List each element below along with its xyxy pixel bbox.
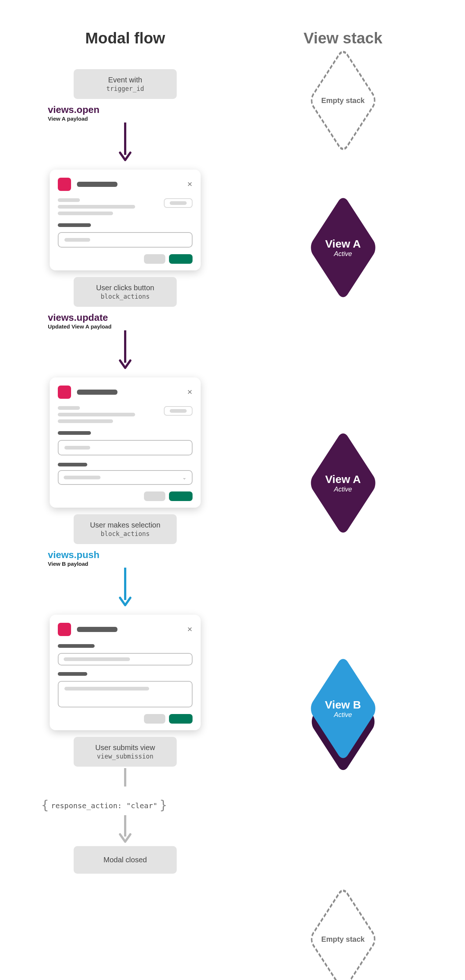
modal-closed-label: Modal closed: [104, 856, 147, 864]
stack-view-b-on-a: View B Active: [290, 676, 396, 750]
stack-view-state: Active: [325, 711, 361, 719]
field-label-placeholder: [58, 223, 91, 227]
cancel-button[interactable]: [144, 492, 165, 501]
view-stack-heading: View stack: [304, 29, 382, 47]
select-input[interactable]: ⌄: [58, 470, 193, 485]
empty-stack-label: Empty stack: [321, 96, 365, 105]
event-block-actions-click: User clicks button block_actions: [74, 277, 177, 307]
response-action-code: { response_action: "clear" }: [39, 798, 169, 813]
app-icon: [58, 385, 71, 399]
input-placeholder: [64, 238, 90, 242]
modal-flow-column: Modal flow Event with trigger_id views.o…: [22, 29, 228, 970]
event-trigger-id: Event with trigger_id: [74, 69, 177, 99]
text-placeholder: [58, 413, 135, 417]
modal-closed-box: Modal closed: [74, 846, 177, 874]
action-title: views.update: [48, 312, 112, 323]
submit-button[interactable]: [169, 714, 193, 724]
select-placeholder: [64, 476, 101, 479]
button-label-placeholder: [170, 409, 187, 413]
brace-icon: }: [160, 797, 167, 812]
action-subtitle: Updated View A payload: [48, 323, 112, 329]
text-placeholder: [58, 198, 80, 202]
cancel-button[interactable]: [144, 254, 165, 264]
app-icon: [58, 178, 71, 191]
event-title: Event with: [86, 76, 164, 84]
submit-button[interactable]: [169, 254, 193, 264]
stack-empty: Empty stack: [295, 69, 391, 132]
action-title: views.push: [48, 549, 99, 561]
stack-view-name: View A: [325, 238, 361, 250]
field-label-placeholder: [58, 644, 94, 648]
view-stack-column: View stack Empty stack View A Active Vie…: [243, 29, 443, 970]
text-input[interactable]: [58, 232, 193, 248]
cancel-button[interactable]: [144, 714, 165, 724]
input-placeholder: [64, 657, 130, 661]
modal-view-a: ✕: [50, 170, 201, 270]
chevron-down-icon: ⌄: [182, 474, 187, 480]
event-title: User submits view: [86, 743, 164, 752]
input-placeholder: [64, 687, 149, 690]
app-icon: [58, 623, 71, 636]
modal-title-placeholder: [77, 627, 117, 632]
text-placeholder: [58, 212, 113, 215]
stack-view-name: View A: [325, 473, 361, 485]
modal-title-placeholder: [77, 182, 117, 187]
outline-button[interactable]: [164, 406, 193, 416]
text-placeholder: [58, 406, 80, 410]
action-title: views.open: [48, 104, 99, 116]
event-subtitle: view_submission: [86, 752, 164, 760]
event-view-submission: User submits view view_submission: [74, 737, 177, 767]
action-subtitle: View A payload: [48, 116, 99, 122]
modal-title-placeholder: [77, 390, 117, 395]
arrow-down-icon: [118, 815, 133, 845]
close-icon[interactable]: ✕: [187, 626, 193, 633]
arrow-down-icon: [118, 330, 133, 371]
field-label-placeholder: [58, 463, 87, 466]
action-views-push: views.push View B payload: [48, 549, 99, 567]
stack-view-state: Active: [325, 485, 361, 493]
brace-icon: {: [41, 797, 49, 812]
stack-view-a-updated: View A Active: [295, 452, 391, 514]
event-subtitle: trigger_id: [86, 85, 164, 92]
empty-stack-label: Empty stack: [321, 935, 365, 943]
close-icon[interactable]: ✕: [187, 389, 193, 395]
event-title: User makes selection: [86, 521, 164, 529]
button-label-placeholder: [170, 201, 187, 205]
text-input[interactable]: [58, 653, 193, 665]
action-views-open: views.open View A payload: [48, 104, 99, 122]
stack-view-state: Active: [325, 250, 361, 258]
text-input[interactable]: [58, 440, 193, 455]
field-label-placeholder: [58, 431, 91, 435]
arrow-down-icon: [118, 123, 133, 163]
stack-view-a: View A Active: [295, 216, 391, 279]
modal-flow-heading: Modal flow: [85, 29, 165, 47]
arrow-down-icon: [118, 568, 133, 608]
text-placeholder: [58, 205, 135, 208]
action-subtitle: View B payload: [48, 561, 99, 567]
response-action-text: response_action: "clear": [51, 801, 157, 810]
modal-view-b: ✕: [50, 615, 201, 730]
event-subtitle: block_actions: [86, 530, 164, 538]
submit-button[interactable]: [169, 492, 193, 501]
text-placeholder: [58, 419, 113, 423]
event-title: User clicks button: [86, 284, 164, 292]
event-subtitle: block_actions: [86, 293, 164, 300]
action-views-update: views.update Updated View A payload: [48, 312, 112, 329]
arrow-down-icon: [118, 768, 133, 794]
input-placeholder: [64, 446, 90, 450]
textarea-input[interactable]: [58, 681, 193, 707]
dashed-diamond-icon: [308, 885, 378, 980]
stack-view-name: View B: [325, 698, 361, 711]
outline-button[interactable]: [164, 198, 193, 208]
field-label-placeholder: [58, 672, 87, 676]
event-block-actions-select: User makes selection block_actions: [74, 514, 177, 544]
close-icon[interactable]: ✕: [187, 181, 193, 188]
stack-empty-final: Empty stack: [295, 908, 391, 970]
modal-view-a-updated: ✕ ⌄: [50, 377, 201, 508]
